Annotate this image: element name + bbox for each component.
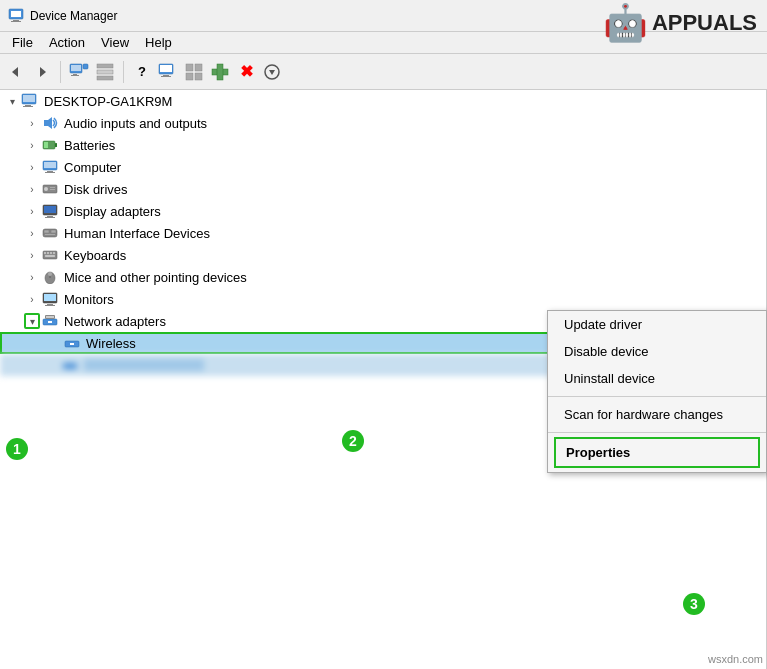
svg-rect-66 bbox=[48, 321, 52, 323]
svg-rect-40 bbox=[50, 187, 55, 188]
monitors-device-icon bbox=[40, 291, 60, 307]
batteries-device-icon bbox=[40, 137, 60, 153]
toolbar-remove-button[interactable]: ✖ bbox=[234, 60, 258, 84]
display-expand-icon[interactable]: › bbox=[24, 203, 40, 219]
toolbar-sep-2 bbox=[123, 61, 124, 83]
svg-rect-7 bbox=[71, 65, 81, 71]
context-menu-disable-device[interactable]: Disable device bbox=[548, 338, 766, 365]
toolbar-help-button[interactable]: ? bbox=[130, 60, 154, 84]
context-menu-uninstall-device[interactable]: Uninstall device bbox=[548, 365, 766, 392]
toolbar-grid-button[interactable] bbox=[182, 60, 206, 84]
wireless-device-icon bbox=[62, 335, 82, 351]
toolbar-list-button[interactable] bbox=[93, 60, 117, 84]
svg-rect-29 bbox=[23, 106, 33, 107]
svg-rect-3 bbox=[11, 21, 21, 22]
audio-device-icon bbox=[40, 115, 60, 131]
hid-expand-icon[interactable]: › bbox=[24, 225, 40, 241]
tree-item-display[interactable]: › Display adapters bbox=[0, 200, 766, 222]
context-menu-sep-1 bbox=[548, 396, 766, 397]
context-menu-sep-2 bbox=[548, 432, 766, 433]
tree-root[interactable]: ▾ DESKTOP-GA1KR9M bbox=[0, 90, 766, 112]
svg-point-39 bbox=[44, 187, 48, 191]
appuals-logo: 🤖 APPUALS bbox=[603, 2, 757, 44]
toolbar-show-devices-button[interactable] bbox=[67, 60, 91, 84]
display-device-icon bbox=[40, 203, 60, 219]
context-menu-scan-hardware[interactable]: Scan for hardware changes bbox=[548, 401, 766, 428]
tree-item-keyboards[interactable]: › Keyboards bbox=[0, 244, 766, 266]
blurred-label bbox=[84, 359, 204, 371]
svg-rect-41 bbox=[50, 189, 55, 190]
keyboards-expand-icon[interactable]: › bbox=[24, 247, 40, 263]
hid-device-icon bbox=[40, 225, 60, 241]
root-device-icon bbox=[20, 93, 40, 109]
disk-device-icon bbox=[40, 181, 60, 197]
computer-label: Computer bbox=[64, 160, 121, 175]
svg-rect-17 bbox=[161, 76, 171, 77]
batteries-label: Batteries bbox=[64, 138, 115, 153]
monitors-expand-icon[interactable]: › bbox=[24, 291, 40, 307]
mice-device-icon bbox=[40, 269, 60, 285]
annotation-1: 1 bbox=[6, 438, 28, 460]
mice-expand-icon[interactable]: › bbox=[24, 269, 40, 285]
toolbar-add-button[interactable] bbox=[208, 60, 232, 84]
svg-rect-10 bbox=[83, 64, 88, 69]
computer-expand-icon[interactable]: › bbox=[24, 159, 40, 175]
root-expand-icon[interactable]: ▾ bbox=[4, 93, 20, 109]
disk-expand-icon[interactable]: › bbox=[24, 181, 40, 197]
batteries-expand-icon[interactable]: › bbox=[24, 137, 40, 153]
annotation-2: 2 bbox=[342, 430, 364, 452]
window-title: Device Manager bbox=[30, 9, 117, 23]
tree-item-mice[interactable]: › Mice and other pointing devices bbox=[0, 266, 766, 288]
computer-device-icon bbox=[40, 159, 60, 175]
tree-item-disk[interactable]: › Disk drives bbox=[0, 178, 766, 200]
menu-file[interactable]: File bbox=[4, 33, 41, 52]
blurred-expand-icon bbox=[44, 357, 60, 373]
context-menu-properties[interactable]: Properties bbox=[554, 437, 760, 468]
svg-marker-25 bbox=[269, 70, 275, 75]
svg-rect-16 bbox=[163, 75, 169, 76]
tree-item-hid[interactable]: › Human Interface Devices bbox=[0, 222, 766, 244]
svg-marker-4 bbox=[12, 67, 18, 77]
svg-rect-18 bbox=[186, 64, 193, 71]
svg-rect-65 bbox=[46, 316, 54, 318]
toolbar-back-button[interactable] bbox=[4, 60, 28, 84]
context-menu-update-driver[interactable]: Update driver bbox=[548, 311, 766, 338]
device-manager-icon bbox=[8, 8, 24, 24]
toolbar: ? ✖ bbox=[0, 54, 767, 90]
menu-action[interactable]: Action bbox=[41, 33, 93, 52]
menu-help[interactable]: Help bbox=[137, 33, 180, 52]
toolbar-forward-button[interactable] bbox=[30, 60, 54, 84]
audio-expand-icon[interactable]: › bbox=[24, 115, 40, 131]
svg-point-58 bbox=[48, 272, 52, 276]
svg-rect-28 bbox=[25, 105, 31, 106]
keyboards-label: Keyboards bbox=[64, 248, 126, 263]
svg-rect-53 bbox=[50, 252, 52, 254]
network-expand-icon[interactable]: ▾ bbox=[24, 313, 40, 329]
wireless-label: Wireless bbox=[86, 336, 136, 351]
svg-rect-45 bbox=[45, 217, 55, 218]
svg-rect-54 bbox=[53, 252, 55, 254]
network-label: Network adapters bbox=[64, 314, 166, 329]
network-device-icon bbox=[40, 313, 60, 329]
root-label: DESKTOP-GA1KR9M bbox=[44, 94, 172, 109]
svg-rect-69 bbox=[63, 363, 77, 369]
toolbar-computer-button[interactable] bbox=[156, 60, 180, 84]
svg-rect-2 bbox=[13, 20, 19, 21]
svg-rect-21 bbox=[195, 73, 202, 80]
blurred-device-icon bbox=[60, 357, 80, 373]
svg-rect-51 bbox=[44, 252, 46, 254]
tree-item-audio[interactable]: › Audio inputs and outputs bbox=[0, 112, 766, 134]
svg-rect-60 bbox=[44, 294, 56, 301]
monitors-label: Monitors bbox=[64, 292, 114, 307]
tree-item-monitors[interactable]: › Monitors bbox=[0, 288, 766, 310]
mice-label: Mice and other pointing devices bbox=[64, 270, 247, 285]
tree-item-computer[interactable]: › Computer bbox=[0, 156, 766, 178]
toolbar-down-button[interactable] bbox=[260, 60, 284, 84]
menu-view[interactable]: View bbox=[93, 33, 137, 52]
toolbar-sep-1 bbox=[60, 61, 61, 83]
svg-rect-48 bbox=[51, 230, 56, 233]
annotation-3: 3 bbox=[683, 593, 705, 615]
main-content: ▾ DESKTOP-GA1KR9M › Audio bbox=[0, 90, 767, 669]
tree-item-batteries[interactable]: › Batteries bbox=[0, 134, 766, 156]
appuals-text: APPUALS bbox=[652, 10, 757, 36]
